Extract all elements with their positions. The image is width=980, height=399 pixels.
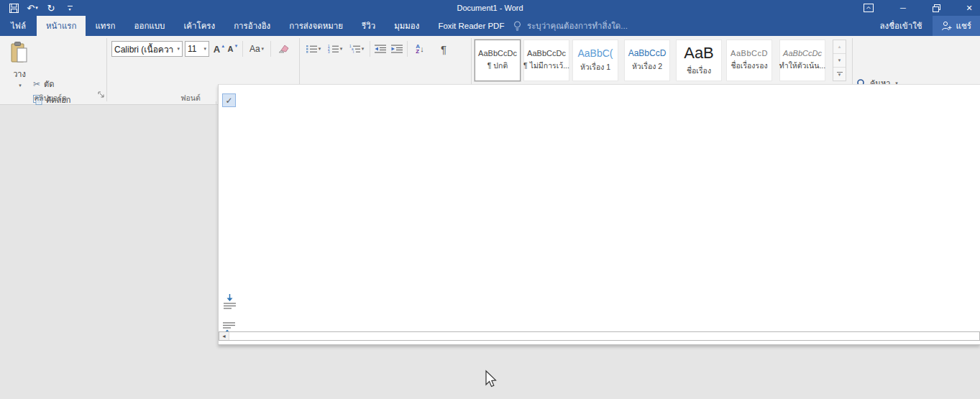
change-case-button[interactable]: Aa ▾ xyxy=(247,41,267,57)
paste-label: วาง xyxy=(13,68,26,81)
cut-label: ตัด xyxy=(44,78,54,91)
minimize-icon: ─ xyxy=(900,4,906,12)
cut-icon: ✂ xyxy=(33,79,40,89)
show-hide-marks-button[interactable]: ¶ xyxy=(436,41,452,57)
style-subtle-emphasis[interactable]: AaBbCcDc ทำให้ตัวเน้น... xyxy=(779,40,825,81)
style-normal[interactable]: AaBbCcDc ¶ ปกติ xyxy=(475,40,521,81)
customize-quick-access-icon: ▾ xyxy=(68,6,73,11)
tab-foxit-reader-pdf[interactable]: Foxit Reader PDF xyxy=(429,16,513,36)
tab-references[interactable]: การอ้างอิง xyxy=(224,16,280,36)
paste-button[interactable]: วาง ▾ xyxy=(6,40,33,89)
share-label: แชร์ xyxy=(956,19,971,32)
svg-text:3: 3 xyxy=(328,50,330,53)
paste-dropdown-icon[interactable]: ▾ xyxy=(19,83,22,88)
scroll-left-icon: ◄ xyxy=(221,334,226,339)
redo-icon: ↻ xyxy=(47,3,55,14)
style-subtitle[interactable]: AaBbCcD ชื่อเรื่องรอง xyxy=(726,40,772,81)
share-person-icon xyxy=(941,21,952,31)
font-size-value: 11 xyxy=(188,44,202,54)
cut-button[interactable]: ✂ ตัด xyxy=(33,78,54,91)
grow-font-button[interactable]: A▲ xyxy=(213,41,226,57)
window-controls: ─ ✕ xyxy=(858,0,980,16)
checked-spacing-option[interactable]: ✓ xyxy=(222,93,236,107)
add-space-before-paragraph-icon[interactable] xyxy=(224,294,236,309)
clipboard-dialog-launcher-icon[interactable] xyxy=(98,91,106,99)
numbering-icon: 1 2 3 xyxy=(328,45,339,53)
font-name-combo[interactable]: Calibri (เนื้อควา ▾ xyxy=(111,41,183,57)
scroll-left-button[interactable]: ◄ xyxy=(219,332,229,340)
ribbon-tab-row: ไฟล์ หน้าแรก แทรก ออกแบบ เค้าโครง การอ้า… xyxy=(0,16,980,36)
account-area: ลงชื่อเข้าใช้ แชร์ xyxy=(870,16,980,36)
tab-design[interactable]: ออกแบบ xyxy=(125,16,175,36)
tab-review[interactable]: รีวิว xyxy=(352,16,385,36)
clear-formatting-icon xyxy=(278,45,289,53)
bullets-button[interactable]: ▾ xyxy=(303,41,324,57)
multilevel-list-button[interactable]: 1 a i ▾ xyxy=(347,41,367,57)
undo-icon: ↶ xyxy=(27,3,35,14)
tab-file[interactable]: ไฟล์ xyxy=(0,16,37,36)
check-icon: ✓ xyxy=(225,96,232,106)
style-heading-1[interactable]: AaBbC( หัวเรื่อง 1 xyxy=(572,40,618,81)
window-title: Document1 - Word xyxy=(0,0,980,16)
scroll-up-icon: ▲ xyxy=(838,45,842,49)
redo-button[interactable]: ↻ xyxy=(42,0,60,16)
svg-text:i: i xyxy=(353,50,354,53)
font-name-value: Calibri (เนื้อควา xyxy=(114,42,175,56)
restore-button[interactable] xyxy=(925,0,947,16)
close-button[interactable]: ✕ xyxy=(958,0,980,16)
multilevel-list-icon: 1 a i xyxy=(349,45,360,53)
line-spacing-dropdown-panel: ✓ ◄ xyxy=(218,84,980,345)
sign-in-button[interactable]: ลงชื่อเข้าใช้ xyxy=(870,19,933,32)
pilcrow-icon: ¶ xyxy=(441,43,447,55)
decrease-indent-button[interactable] xyxy=(372,41,388,57)
style-no-spacing[interactable]: AaBbCcDc ¶ ไม่มีการเว้... xyxy=(523,40,569,81)
style-heading-2[interactable]: AaBbCcD หัวเรื่อง 2 xyxy=(624,40,670,81)
font-name-dropdown-icon[interactable]: ▾ xyxy=(177,46,180,52)
group-separator xyxy=(106,38,107,101)
numbering-button[interactable]: 1 2 3 ▾ xyxy=(325,41,345,57)
undo-dropdown-icon[interactable]: ▾ xyxy=(35,5,38,11)
sort-button[interactable]: A Z ↓ xyxy=(411,41,429,57)
title-bar: ↶ ▾ ↻ ▾ Document1 - Word ─ xyxy=(0,0,980,16)
customize-quick-access-button[interactable]: ▾ xyxy=(60,0,79,16)
quick-access-toolbar: ↶ ▾ ↻ ▾ xyxy=(4,0,79,16)
ribbon-display-options-button[interactable] xyxy=(858,0,879,16)
font-size-combo[interactable]: 11 ▾ xyxy=(185,41,209,57)
mouse-cursor xyxy=(483,370,498,390)
bullets-icon xyxy=(306,45,317,53)
undo-button[interactable]: ↶ ▾ xyxy=(23,0,42,16)
tell-me-box[interactable]: ระบุว่าคุณต้องการทำสิ่งใด... xyxy=(513,16,628,36)
restore-icon xyxy=(933,4,940,12)
minimize-button[interactable]: ─ xyxy=(892,0,914,16)
tab-insert[interactable]: แทรก xyxy=(86,16,124,36)
tab-mailings[interactable]: การส่งจดหมาย xyxy=(280,16,352,36)
tab-view[interactable]: มุมมอง xyxy=(385,16,429,36)
styles-scroll-up-button[interactable]: ▲ xyxy=(833,40,846,54)
close-icon: ✕ xyxy=(966,4,972,13)
save-button[interactable] xyxy=(4,0,23,16)
styles-scroll-down-button[interactable]: ▼ xyxy=(833,54,846,68)
shrink-font-button[interactable]: A▼ xyxy=(227,41,239,57)
clipboard-group-label: คลิปบอร์ด xyxy=(14,92,86,102)
ribbon-display-options-icon xyxy=(864,4,874,12)
horizontal-scrollbar[interactable]: ◄ xyxy=(219,331,980,341)
styles-gallery-more-button[interactable]: ▼ xyxy=(833,68,846,81)
tab-home[interactable]: หน้าแรก xyxy=(37,16,86,36)
save-icon xyxy=(9,4,19,13)
change-case-icon: Aa xyxy=(249,44,260,54)
increase-indent-icon xyxy=(391,45,403,53)
style-title[interactable]: AaB ชื่อเรื่อง xyxy=(676,40,722,81)
scroll-down-icon: ▼ xyxy=(838,58,842,63)
tell-me-placeholder: ระบุว่าคุณต้องการทำสิ่งใด... xyxy=(527,19,628,32)
paste-icon xyxy=(10,42,29,65)
shrink-font-icon: A xyxy=(228,45,234,53)
share-button[interactable]: แชร์ xyxy=(933,16,980,36)
increase-indent-button[interactable] xyxy=(389,41,404,57)
lightbulb-icon xyxy=(513,21,521,32)
clear-formatting-button[interactable] xyxy=(276,41,290,57)
styles-gallery-scrollbar: ▲ ▼ ▼ xyxy=(833,40,846,81)
decrease-indent-icon xyxy=(375,45,386,53)
grow-font-icon: A xyxy=(214,44,220,55)
font-size-dropdown-icon[interactable]: ▾ xyxy=(203,46,206,52)
tab-layout[interactable]: เค้าโครง xyxy=(174,16,224,36)
